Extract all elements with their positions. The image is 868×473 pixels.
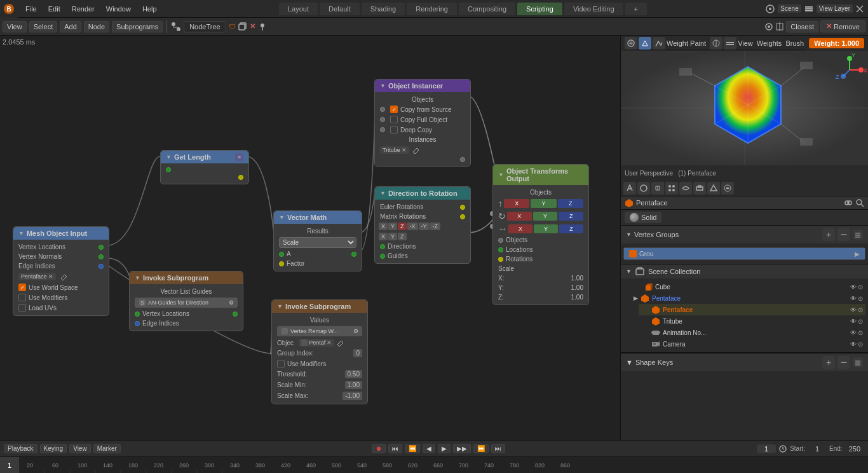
- edit-menu-item[interactable]: Edit: [43, 4, 65, 14]
- file-menu-item[interactable]: File: [20, 4, 42, 14]
- pentaface-expand-arrow[interactable]: ▶: [634, 295, 638, 301]
- refresh-icon[interactable]: ↻: [498, 211, 506, 221]
- link-icon[interactable]: [844, 198, 853, 207]
- window-menu-item[interactable]: Window: [101, 4, 136, 14]
- play-btn[interactable]: ▶: [438, 444, 451, 453]
- cube-visibility-icon[interactable]: 👁: [850, 284, 857, 291]
- data-props-icon[interactable]: [707, 182, 720, 195]
- skip-start-btn[interactable]: ⏮: [388, 444, 402, 453]
- subprograms-btn[interactable]: Subprograms: [112, 21, 163, 32]
- modifier-props-icon[interactable]: [651, 182, 664, 195]
- tab-default[interactable]: Default: [320, 3, 360, 15]
- vertex-groups-header[interactable]: ▼ Vertex Groups + −: [621, 226, 868, 243]
- close-window-icon[interactable]: [855, 4, 864, 13]
- neg-y-btn[interactable]: -Y: [419, 223, 430, 230]
- x-btn[interactable]: X: [379, 223, 388, 230]
- copy-full-obj-checkbox[interactable]: [390, 116, 398, 123]
- load-uvs-checkbox[interactable]: [18, 304, 26, 312]
- sub2-use-mod-checkbox[interactable]: [277, 360, 285, 367]
- invoke-subprogram1-node[interactable]: ▼ Invoke Subprogram Vector List Guides S…: [129, 271, 243, 331]
- sc-item-cube-name[interactable]: Cube: [655, 284, 848, 291]
- camera-vis-icon[interactable]: 👁: [850, 341, 857, 348]
- playback-keying-btn[interactable]: Keying: [40, 444, 67, 453]
- matrix-x1[interactable]: X: [504, 199, 529, 208]
- tab-layout[interactable]: Layout: [279, 3, 318, 15]
- sec-y-btn[interactable]: Y: [388, 233, 397, 240]
- tritube-render-icon[interactable]: ⊙: [858, 318, 863, 325]
- pin-icon[interactable]: [258, 22, 267, 31]
- sc-item-camera-name[interactable]: Camera: [663, 341, 848, 348]
- y-btn[interactable]: Y: [388, 223, 397, 230]
- tab-shading[interactable]: Shading: [362, 3, 405, 15]
- viewport-options-icon[interactable]: [724, 37, 736, 50]
- deep-copy-checkbox[interactable]: [390, 126, 398, 134]
- obj-props-icon[interactable]: [637, 182, 650, 195]
- sc-item-anim-nodes-name[interactable]: Animation No...: [663, 329, 848, 336]
- instance-tag-remove[interactable]: ✕: [402, 147, 407, 153]
- sk-remove-btn[interactable]: −: [837, 356, 850, 369]
- matrix-x2[interactable]: X: [507, 212, 532, 221]
- search-icon[interactable]: [855, 198, 864, 207]
- anim-nodes-vis-icon[interactable]: 👁: [850, 329, 857, 336]
- scene-props-icon[interactable]: [623, 182, 636, 195]
- sc-item-pentaface-parent-name[interactable]: Pentaface: [652, 295, 848, 302]
- vg-settings-icon[interactable]: [853, 230, 863, 240]
- copy-icon[interactable]: [238, 22, 247, 31]
- sec-x-btn[interactable]: X: [379, 233, 388, 240]
- matrix-z2[interactable]: Z: [559, 212, 583, 221]
- up-arrow-icon[interactable]: ↑: [498, 198, 503, 209]
- physics-props-icon[interactable]: [679, 182, 692, 195]
- tab-rendering[interactable]: Rendering: [407, 3, 457, 15]
- view-btn[interactable]: View: [3, 21, 27, 32]
- edit-icon[interactable]: [60, 272, 69, 281]
- tab-video-editing[interactable]: Video Editing: [564, 3, 623, 15]
- pentaface-render-icon[interactable]: ⊙: [858, 295, 863, 302]
- tritube-vis-icon[interactable]: 👁: [850, 318, 857, 325]
- vector-math-node[interactable]: ▼ Vector Math Results Scale A: [273, 210, 362, 271]
- next-keyframe-btn[interactable]: ▶▶: [453, 444, 471, 453]
- use-world-space-checkbox[interactable]: ✓: [18, 284, 26, 291]
- material-props-icon[interactable]: [721, 182, 734, 195]
- obj-transforms-output-node[interactable]: ▼ Object Transforms Output Objects ↑ X Y…: [492, 164, 589, 305]
- viewport-icon[interactable]: [625, 37, 637, 50]
- vg-remove-button[interactable]: −: [837, 228, 850, 241]
- close-node-tree-icon[interactable]: ✕: [250, 22, 255, 31]
- vg-add-button[interactable]: +: [822, 228, 835, 241]
- cube-render-icon[interactable]: ⊙: [858, 284, 863, 291]
- tag-remove[interactable]: ✕: [48, 273, 53, 280]
- render-menu-item[interactable]: Render: [67, 4, 100, 14]
- matrix-y1[interactable]: Y: [531, 199, 556, 208]
- obj-instancer-node[interactable]: ▼ Object Instancer Objects ✓ Copy from S…: [374, 79, 471, 167]
- get-length-node[interactable]: ▼ Get Length ≡: [160, 150, 249, 184]
- neg-x-btn[interactable]: -X: [407, 223, 418, 230]
- tab-scripting[interactable]: Scripting: [517, 3, 562, 15]
- matrix-x3[interactable]: X: [508, 224, 532, 233]
- playback-view2-btn[interactable]: View: [69, 444, 91, 453]
- add-btn[interactable]: Add: [60, 21, 81, 32]
- tab-add[interactable]: +: [625, 3, 647, 15]
- anim-nodes-render-icon[interactable]: ⊙: [858, 329, 863, 336]
- z-btn[interactable]: Z: [398, 223, 407, 230]
- viewport-canvas[interactable]: X Y Z: [621, 51, 868, 165]
- scene-collection-header[interactable]: ▼ Scene Collection: [621, 264, 868, 278]
- sk-settings-icon[interactable]: [853, 357, 863, 367]
- mesh-object-input-node[interactable]: ▼ Mesh Object Input Vertex Locations Ver…: [13, 226, 109, 316]
- node-btn[interactable]: Node: [84, 21, 109, 32]
- prev-keyframe-btn[interactable]: ◀: [423, 444, 435, 453]
- camera-render-icon[interactable]: ⊙: [858, 341, 863, 348]
- neg-z-btn[interactable]: -Z: [430, 223, 441, 230]
- copy-from-source-checkbox[interactable]: ✓: [390, 106, 398, 113]
- matrix-z3[interactable]: Z: [559, 224, 583, 233]
- matrix-y3[interactable]: Y: [534, 224, 558, 233]
- use-modifiers-checkbox[interactable]: [18, 294, 26, 301]
- select-btn[interactable]: Select: [29, 21, 58, 32]
- playback-marker-btn[interactable]: Marker: [93, 444, 121, 453]
- record-btn[interactable]: ⏺: [372, 444, 386, 453]
- sub2-edit-icon[interactable]: [337, 339, 344, 346]
- weight-paint-icon[interactable]: [639, 37, 651, 50]
- instance-edit-icon[interactable]: [412, 146, 421, 154]
- draw-icon[interactable]: [653, 37, 665, 50]
- sc-item-tritube-name[interactable]: Tritube: [663, 318, 848, 325]
- solid-mode-btn[interactable]: Solid: [625, 212, 661, 223]
- pentaface-visibility-icon[interactable]: 👁: [850, 295, 857, 302]
